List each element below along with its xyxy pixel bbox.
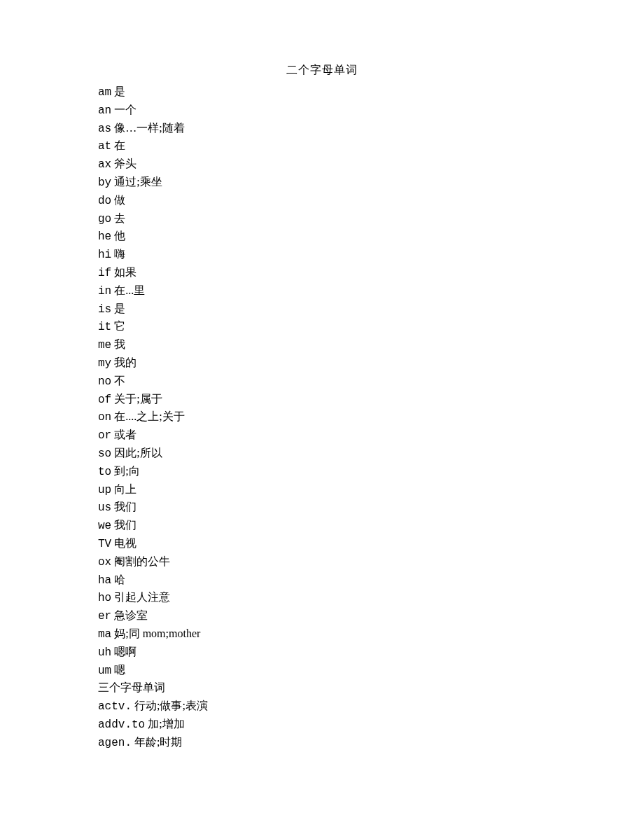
entry-definition: 在....之上;关于 [114, 410, 184, 422]
document-title: 二个字母单词 [98, 63, 546, 78]
entry-definition: 斧头 [114, 158, 136, 169]
entry-line: me 我 [98, 336, 546, 354]
entry-definition: 加;增加 [148, 718, 184, 730]
entries-list: am 是an 一个as 像…一样;随着at 在ax 斧头by 通过;乘坐do 做… [98, 83, 546, 751]
entry-word: an [98, 104, 111, 117]
entry-definition: 关于;属于 [114, 393, 162, 405]
entry-word: agen. [98, 737, 132, 749]
entry-definition: 我的 [114, 356, 136, 368]
entry-definition: 因此;所以 [114, 447, 162, 459]
entry-definition: 引起人注意 [114, 591, 170, 603]
entry-line: am 是 [98, 83, 546, 102]
entry-word: ox [98, 556, 111, 569]
entry-definition: 我们 [114, 501, 136, 513]
entry-definition: 在...里 [114, 284, 145, 296]
entry-line: on 在....之上;关于 [98, 408, 546, 426]
entry-line: um 嗯 [98, 662, 546, 680]
entry-word: go [98, 213, 111, 225]
entry-definition: 向上 [114, 483, 136, 495]
entry-line: it 它 [98, 318, 546, 336]
entry-line: ho 引起人注意 [98, 589, 546, 607]
entry-word: it [98, 321, 111, 333]
entry-definition: 如果 [114, 266, 136, 278]
entry-line: or 或者 [98, 426, 546, 445]
entry-definition: 我 [114, 338, 125, 350]
entry-word: hi [98, 249, 111, 261]
entry-line: we 我们 [98, 517, 546, 535]
entry-definition: 是 [114, 85, 125, 97]
entry-word: as [98, 123, 111, 135]
entry-definition: 行动;做事;表演 [134, 700, 208, 711]
entry-word: up [98, 484, 111, 496]
entry-word: ho [98, 592, 111, 604]
entry-word: in [98, 285, 111, 298]
entry-line: ma 妈;同 mom;mother [98, 625, 546, 644]
entry-word: er [98, 610, 111, 623]
entry-line: er 急诊室 [98, 607, 546, 625]
entry-line: of 关于;属于 [98, 391, 546, 409]
entry-word: ax [98, 158, 111, 171]
entry-line: an 一个 [98, 102, 546, 120]
entry-line: so 因此;所以 [98, 445, 546, 463]
entry-definition: 做 [114, 194, 125, 206]
entry-line: hi 嗨 [98, 246, 546, 264]
entry-word: of [98, 394, 111, 406]
entry-word: ha [98, 574, 111, 587]
entry-definition: 我们 [114, 519, 136, 531]
entry-definition: 急诊室 [114, 609, 148, 621]
entry-word: is [98, 303, 111, 316]
entry-word: on [98, 411, 111, 424]
entry-line: ox 阉割的公牛 [98, 553, 546, 571]
entry-word: um [98, 665, 111, 677]
entry-definition: 嗯 [114, 664, 125, 676]
entry-definition: 嗨 [114, 248, 125, 260]
entry-definition: 阉割的公牛 [114, 555, 170, 567]
entry-definition: 一个 [114, 104, 136, 116]
entry-line: at 在 [98, 137, 546, 155]
entry-definition: 通过;乘坐 [114, 176, 162, 188]
entry-line: is 是 [98, 300, 546, 319]
entry-word: actv. [98, 700, 132, 713]
entry-word: by [98, 176, 111, 189]
entry-word: he [98, 230, 111, 243]
entry-definition: 他 [114, 230, 125, 242]
entry-line: TV 电视 [98, 535, 546, 553]
entry-definition: 到;向 [114, 465, 139, 477]
entry-definition: 它 [114, 320, 125, 332]
entry-line: actv. 行动;做事;表演 [98, 697, 546, 716]
entry-word: us [98, 501, 111, 514]
entry-definition: 嗯啊 [114, 646, 136, 658]
entry-definition: 去 [114, 212, 125, 224]
entry-word: if [98, 267, 111, 279]
entry-line: ax 斧头 [98, 155, 546, 174]
entry-line: my 我的 [98, 354, 546, 373]
entry-line: do 做 [98, 192, 546, 210]
entry-word: am [98, 86, 111, 99]
entry-word: TV [98, 538, 111, 550]
entry-definition: 年龄;时期 [134, 736, 182, 748]
entry-definition: 是 [114, 303, 125, 314]
entry-word: at [98, 140, 111, 153]
entry-line: us 我们 [98, 499, 546, 517]
entry-line: 三个字母单词 [98, 679, 546, 697]
entry-word: do [98, 195, 111, 207]
entry-word: to [98, 466, 111, 478]
entry-word: me [98, 339, 111, 352]
entry-definition: 不 [114, 375, 125, 387]
entry-word: uh [98, 646, 111, 659]
entry-line: in 在...里 [98, 282, 546, 300]
entry-word: or [98, 429, 111, 442]
entry-definition: 妈;同 mom;mother [114, 627, 200, 639]
entry-line: no 不 [98, 373, 546, 391]
entry-line: to 到;向 [98, 463, 546, 481]
entry-definition: 在 [114, 139, 125, 151]
entry-word: so [98, 447, 111, 460]
entry-definition: 哈 [114, 574, 125, 585]
entry-word: 三个字母单词 [98, 682, 165, 695]
entry-line: addv.to 加;增加 [98, 716, 546, 734]
entry-word: no [98, 375, 111, 388]
entry-line: if 如果 [98, 264, 546, 282]
entry-line: ha 哈 [98, 571, 546, 590]
entry-word: ma [98, 628, 111, 641]
entry-word: my [98, 357, 111, 370]
